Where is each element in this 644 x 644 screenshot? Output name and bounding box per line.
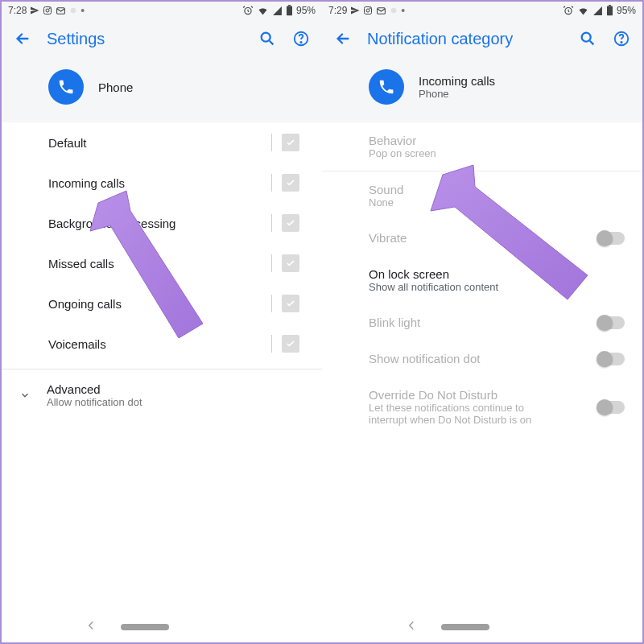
status-bar: 7:28 • 95% [2, 2, 322, 19]
toggle[interactable] [597, 316, 625, 329]
checkbox[interactable] [282, 254, 299, 272]
category-voicemails[interactable]: Voicemails [2, 324, 322, 364]
help-icon [613, 30, 630, 47]
status-battery: 95% [296, 5, 316, 16]
checkbox[interactable] [282, 335, 299, 353]
nav-bar [2, 612, 322, 642]
row-title: On lock screen [369, 267, 498, 281]
row-sound[interactable]: Sound None [322, 171, 642, 220]
row-sub: Show all notification content [369, 281, 498, 293]
svg-rect-16 [609, 5, 611, 6]
checkbox[interactable] [282, 174, 299, 192]
status-time: 7:29 [328, 5, 347, 16]
back-button[interactable] [333, 29, 353, 48]
row-sub: Pop on screen [369, 147, 436, 159]
category-label: Ongoing calls [48, 297, 122, 311]
instagram-icon [43, 6, 52, 15]
nav-back-button[interactable] [404, 618, 419, 636]
checkbox[interactable] [282, 214, 299, 232]
help-button[interactable] [612, 29, 631, 48]
signal-icon [272, 6, 283, 16]
checkbox[interactable] [282, 295, 299, 312]
row-title: Sound [369, 183, 403, 196]
category-ongoing-calls[interactable]: Ongoing calls [2, 283, 322, 324]
battery-icon [286, 5, 293, 16]
svg-point-7 [262, 33, 270, 42]
app-header: Phone [2, 55, 322, 122]
svg-rect-5 [287, 6, 292, 15]
svg-point-19 [621, 42, 621, 43]
category-label: Incoming calls [48, 176, 125, 190]
row-title: Behavior [369, 134, 436, 147]
search-icon [579, 30, 597, 47]
category-incoming-calls[interactable]: Incoming calls [2, 163, 322, 203]
toggle[interactable] [597, 353, 625, 365]
category-label: Voicemails [48, 337, 106, 351]
search-icon [258, 30, 276, 47]
near-icon [350, 6, 360, 15]
svg-point-13 [391, 8, 397, 14]
page-title: Settings [47, 30, 243, 48]
status-battery: 95% [617, 5, 636, 16]
mail-icon [56, 6, 66, 16]
row-lock-screen[interactable]: On lock screen Show all notification con… [322, 256, 642, 304]
mail-icon [376, 6, 386, 16]
help-button[interactable] [291, 29, 311, 48]
app-bar: Notification category [322, 19, 642, 55]
row-override-dnd[interactable]: Override Do Not Disturb Let these notifi… [322, 377, 642, 437]
category-missed-calls[interactable]: Missed calls [2, 243, 322, 283]
help-icon [292, 30, 310, 47]
instagram-icon [363, 6, 373, 15]
svg-point-12 [370, 8, 371, 9]
back-button[interactable] [13, 29, 32, 48]
category-label: Missed calls [48, 257, 114, 270]
chevron-down-icon [18, 390, 32, 401]
nav-home-button[interactable] [121, 624, 169, 630]
alarm-icon [242, 5, 254, 16]
row-title: Vibrate [369, 231, 407, 245]
nav-home-button[interactable] [441, 624, 489, 630]
row-blink-light[interactable]: Blink light [322, 304, 642, 341]
search-button[interactable] [578, 29, 597, 48]
circle-icon [390, 6, 398, 14]
toggle[interactable] [597, 232, 625, 245]
signal-icon [592, 6, 603, 16]
battery-icon [606, 5, 613, 16]
app-name: Phone [98, 80, 133, 94]
category-list: Default Incoming calls Background Proces… [2, 122, 322, 421]
row-behavior[interactable]: Behavior Pop on screen [322, 122, 642, 171]
advanced-row[interactable]: Advanced Allow notification dot [2, 369, 322, 421]
page-title: Notification category [367, 30, 564, 48]
search-button[interactable] [258, 29, 277, 48]
row-sub: None [369, 196, 403, 208]
nav-back-button[interactable] [84, 618, 98, 636]
svg-point-9 [300, 42, 301, 43]
toggle[interactable] [597, 401, 625, 414]
app-bar: Settings [2, 19, 322, 55]
advanced-sub: Allow notification dot [47, 396, 142, 408]
status-time: 7:28 [8, 5, 27, 16]
wifi-icon [577, 5, 589, 17]
category-default[interactable]: Default [2, 122, 322, 163]
screen-notification-category: 7:29 • 95% Notification category [322, 2, 642, 642]
phone-app-icon [48, 69, 84, 105]
svg-rect-6 [288, 5, 291, 6]
svg-point-3 [71, 8, 76, 14]
wifi-icon [257, 5, 269, 17]
category-label: Background Processing [48, 217, 175, 230]
category-header: Incoming calls Phone [322, 55, 642, 122]
svg-point-1 [46, 9, 49, 12]
svg-rect-15 [607, 6, 613, 15]
advanced-title: Advanced [47, 382, 142, 396]
category-title: Incoming calls [419, 74, 495, 88]
checkbox[interactable] [282, 134, 299, 151]
category-sub: Phone [419, 88, 495, 100]
near-icon [30, 6, 39, 15]
row-vibrate[interactable]: Vibrate [322, 220, 642, 256]
status-bar: 7:29 • 95% [322, 2, 642, 19]
svg-point-17 [582, 33, 591, 42]
row-title: Show notification dot [369, 352, 480, 365]
row-sub: Let these notifications continue to inte… [369, 402, 562, 426]
row-notification-dot[interactable]: Show notification dot [322, 341, 642, 377]
category-background-processing[interactable]: Background Processing [2, 203, 322, 243]
